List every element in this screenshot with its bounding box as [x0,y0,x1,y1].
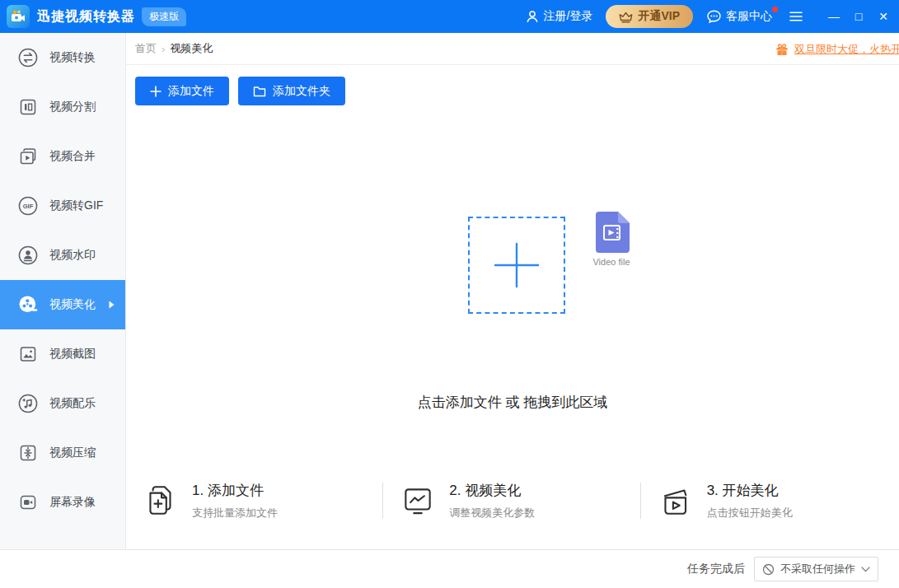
add-folder-label: 添加文件夹 [273,84,330,99]
edition-badge: 极速版 [142,7,186,26]
close-button[interactable]: ✕ [873,5,894,28]
notification-dot [772,7,778,12]
compress-icon [17,442,39,464]
sidebar: 视频转换 视频分割 视频合并 [0,33,126,549]
footer-bar: 任务完成后 不采取任何操作 [0,549,899,588]
gif-icon: GIF [17,195,39,217]
dropzone-hint: 点击添加文件 或 拖拽到此区域 [126,393,899,412]
after-task-label: 任务完成后 [687,562,745,576]
sidebar-item-video-watermark[interactable]: 视频水印 [0,231,125,280]
sidebar-item-video-snapshot[interactable]: 视频截图 [0,329,125,379]
plus-icon [493,241,541,289]
support-label: 客服中心 [726,9,772,24]
breadcrumb-home[interactable]: 首页 [135,41,157,56]
chevron-right-icon [109,301,115,309]
step-desc: 点击按钮开始美化 [707,506,793,520]
sidebar-item-label: 视频转GIF [49,198,103,213]
app-logo-icon [7,5,30,28]
step-start: 3. 开始美化 点击按钮开始美化 [641,481,897,520]
folder-icon [253,86,266,97]
breadcrumb-separator: › [162,43,165,55]
breadcrumb-current: 视频美化 [170,41,213,56]
sidebar-item-label: 视频分割 [49,100,96,114]
crown-icon [619,11,633,23]
convert-icon [17,47,39,68]
promo-banner[interactable]: 双旦限时大促，火热开抢 [775,33,899,65]
merge-icon [17,146,39,167]
add-file-button[interactable]: 添加文件 [135,77,229,105]
chat-bubble-icon [706,9,722,24]
clapperboard-icon [657,482,695,520]
plus-icon [150,86,162,97]
sidebar-item-label: 屏幕录像 [49,495,96,510]
titlebar-right: 注册/登录 开通VIP 客服中心 [525,5,894,28]
steps-row: 1. 添加文件 支持批量添加文件 2. 视频美化 调整视频美化参数 [126,468,897,534]
add-documents-icon [142,482,180,520]
video-file-preview: Video file [590,211,633,267]
support-button[interactable]: 客服中心 [706,9,772,24]
main-content: 首页 › 视频美化 双旦限时大促，火热开抢 [126,33,899,549]
video-file-label: Video file [590,257,633,267]
screen-record-icon [17,492,39,513]
add-file-label: 添加文件 [168,84,214,99]
sidebar-item-label: 视频水印 [49,248,96,263]
monitor-chart-icon [399,482,437,520]
menu-button[interactable] [785,5,807,28]
step-desc: 调整视频美化参数 [449,506,535,520]
login-label: 注册/登录 [544,9,593,24]
app-title: 迅捷视频转换器 [37,8,135,26]
step-title: 3. 开始美化 [707,481,793,500]
sidebar-item-label: 视频转换 [49,50,96,65]
sidebar-item-label: 视频配乐 [49,396,96,411]
vip-label: 开通VIP [638,9,680,24]
music-icon [17,393,39,414]
sidebar-item-label: 视频压缩 [49,446,96,460]
chevron-down-icon [861,567,870,572]
maximize-button[interactable]: □ [848,5,869,28]
sidebar-item-video-convert[interactable]: 视频转换 [0,33,125,82]
titlebar: 迅捷视频转换器 极速版 注册/登录 开通 [0,0,899,33]
step-add-file: 1. 添加文件 支持批量添加文件 [126,481,382,520]
sidebar-item-label: 视频合并 [49,149,96,164]
toolbar: 添加文件 添加文件夹 [135,77,345,105]
step-title: 1. 添加文件 [192,481,278,500]
sidebar-item-label: 视频截图 [49,347,96,362]
no-action-icon [762,563,775,576]
film-reel-icon [17,294,39,315]
snapshot-icon [17,343,39,365]
login-button[interactable]: 注册/登录 [525,9,593,24]
add-folder-button[interactable]: 添加文件夹 [238,77,345,105]
step-desc: 支持批量添加文件 [192,506,278,520]
breadcrumb: 首页 › 视频美化 双旦限时大促，火热开抢 [126,33,899,65]
sidebar-item-video-compress[interactable]: 视频压缩 [0,428,125,478]
split-icon [17,96,39,118]
sidebar-item-video-split[interactable]: 视频分割 [0,82,125,132]
step-title: 2. 视频美化 [449,481,535,500]
after-task-dropdown[interactable]: 不采取任何操作 [754,557,878,581]
minimize-button[interactable]: — [823,5,845,28]
gift-icon [775,43,789,56]
selected-action-label: 不采取任何操作 [780,562,855,576]
watermark-icon [17,245,39,266]
window-controls: — □ ✕ [823,5,894,28]
vip-button[interactable]: 开通VIP [606,5,693,28]
sidebar-item-video-to-gif[interactable]: GIF 视频转GIF [0,181,125,231]
file-dropzone[interactable] [468,217,565,314]
step-beautify: 2. 视频美化 调整视频美化参数 [383,481,639,520]
sidebar-item-label: 视频美化 [49,297,96,312]
sidebar-item-screen-record[interactable]: 屏幕录像 [0,478,125,527]
sidebar-item-video-beautify[interactable]: 视频美化 [0,280,125,329]
sidebar-item-video-merge[interactable]: 视频合并 [0,132,125,181]
promo-label: 双旦限时大促，火热开抢 [794,42,899,57]
svg-text:GIF: GIF [23,203,34,210]
sidebar-item-video-music[interactable]: 视频配乐 [0,379,125,428]
user-icon [525,9,540,24]
app-window: 迅捷视频转换器 极速版 注册/登录 开通 [0,0,899,588]
